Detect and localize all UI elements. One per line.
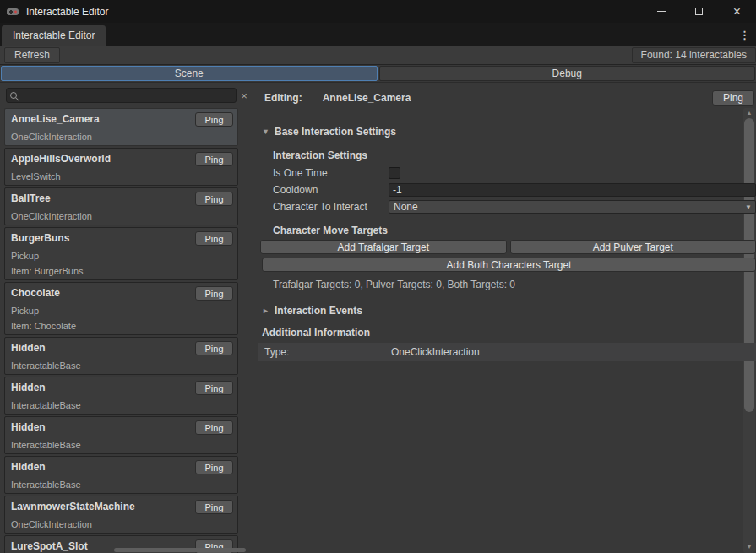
item-subtext: LevelSwitch	[11, 171, 233, 182]
editing-header-row: Editing: AnneLise_Camera Ping	[264, 90, 754, 106]
search-input[interactable]	[20, 89, 232, 101]
item-ping-button[interactable]: Ping	[195, 112, 233, 127]
item-subtext: Item: BurgerBuns	[11, 266, 233, 277]
list-item[interactable]: LawnmowerStateMachine Ping OneClickInter…	[4, 496, 238, 534]
item-subtext-group: OneClickInteraction	[11, 132, 233, 143]
item-subtext-group: InteractableBase	[11, 480, 233, 491]
window-title: Interactable Editor	[26, 6, 108, 18]
maximize-icon	[695, 8, 703, 15]
add-both-characters-target-button[interactable]: Add Both Characters Target	[262, 258, 756, 272]
interaction-events-label: Interaction Events	[275, 305, 362, 317]
type-label: Type:	[264, 346, 391, 358]
close-button[interactable]: ×	[718, 0, 756, 23]
editing-target-name: AnneLise_Camera	[323, 92, 411, 104]
item-subtext: InteractableBase	[11, 480, 233, 491]
is-one-time-label: Is One Time	[273, 167, 389, 179]
interaction-events-foldout[interactable]: ► Interaction Events	[262, 304, 756, 317]
item-subtext: InteractableBase	[11, 440, 233, 451]
character-to-interact-dropdown[interactable]: None ▼	[389, 200, 756, 214]
scene-list-panel: × AnneLise_Camera Ping OneClickInteracti…	[0, 83, 253, 553]
list-item[interactable]: BurgerBuns Ping PickupItem: BurgerBuns	[4, 227, 238, 280]
search-field[interactable]	[6, 88, 237, 103]
list-item[interactable]: Hidden Ping InteractableBase	[4, 337, 238, 375]
item-ping-button[interactable]: Ping	[195, 460, 233, 474]
is-one-time-row: Is One Time	[273, 165, 756, 181]
item-ping-button[interactable]: Ping	[195, 381, 233, 395]
item-ping-button[interactable]: Ping	[195, 341, 233, 355]
tab-interactable-editor[interactable]: Interactable Editor	[2, 25, 106, 46]
item-subtext-group: LevelSwitch	[11, 171, 233, 182]
maximize-button[interactable]	[680, 0, 718, 23]
add-pulver-target-button[interactable]: Add Pulver Target	[510, 240, 756, 254]
item-ping-button[interactable]: Ping	[195, 500, 233, 514]
item-ping-button[interactable]: Ping	[195, 286, 233, 301]
item-subtext: OneClickInteraction	[11, 211, 233, 222]
item-ping-button[interactable]: Ping	[195, 152, 233, 166]
tab-debug[interactable]: Debug	[379, 66, 756, 81]
cooldown-field[interactable]: -1	[389, 183, 756, 197]
horizontal-scrollbar-thumb[interactable]	[114, 548, 246, 552]
item-subtext: Item: Chocolate	[11, 321, 233, 332]
item-subtext: Pickup	[11, 306, 233, 317]
character-to-interact-row: Character To Interact None ▼	[273, 199, 756, 214]
found-count-label: Found: 14 interactables	[632, 47, 756, 63]
dropdown-arrow-icon: ▼	[745, 203, 752, 212]
horizontal-scrollbar[interactable]	[4, 548, 237, 553]
item-subtext-group: PickupItem: Chocolate	[11, 306, 233, 332]
base-interaction-settings-foldout[interactable]: ▼ Base Interaction Settings	[262, 125, 756, 138]
search-row: ×	[0, 83, 253, 107]
minimize-icon	[657, 11, 666, 12]
editing-label: Editing:	[264, 92, 302, 104]
additional-information-header: Additional Information	[262, 327, 756, 339]
add-target-button-row: Add Trafalgar Target Add Pulver Target	[260, 240, 756, 254]
list-item[interactable]: Hidden Ping InteractableBase	[4, 377, 238, 415]
list-item[interactable]: Hidden Ping InteractableBase	[4, 416, 238, 454]
interaction-settings-header: Interaction Settings	[273, 149, 756, 161]
item-subtext: OneClickInteraction	[11, 132, 233, 143]
list-item[interactable]: Hidden Ping InteractableBase	[4, 456, 238, 494]
cooldown-row: Cooldown -1	[273, 182, 756, 198]
view-tab-bar: Scene Debug	[0, 65, 756, 83]
list-item[interactable]: AppleHillsOverworld Ping LevelSwitch	[4, 148, 238, 186]
list-item[interactable]: AnneLise_Camera Ping OneClickInteraction	[4, 108, 238, 146]
main-content: × AnneLise_Camera Ping OneClickInteracti…	[0, 83, 756, 553]
type-value: OneClickInteraction	[391, 346, 480, 358]
item-subtext-group: InteractableBase	[11, 440, 233, 451]
window-controls: ×	[642, 0, 756, 23]
search-clear-button[interactable]: ×	[237, 89, 252, 102]
titlebar: Interactable Editor ×	[0, 0, 756, 23]
list-item[interactable]: Chocolate Ping PickupItem: Chocolate	[4, 282, 238, 335]
editor-panel: Editing: AnneLise_Camera Ping ▼ Base Int…	[258, 83, 756, 553]
item-subtext-group: OneClickInteraction	[11, 519, 233, 530]
foldout-open-icon: ▼	[262, 127, 270, 136]
add-trafalgar-target-button[interactable]: Add Trafalgar Target	[260, 240, 507, 254]
item-ping-button[interactable]: Ping	[195, 420, 233, 435]
tab-scene[interactable]: Scene	[1, 66, 378, 81]
search-icon	[10, 92, 17, 99]
editing-ping-button[interactable]: Ping	[712, 90, 754, 106]
editor-tab-bar: Interactable Editor ⋮	[0, 23, 756, 46]
cooldown-label: Cooldown	[273, 184, 389, 196]
toolbar: Refresh Found: 14 interactables	[0, 46, 756, 65]
item-subtext: OneClickInteraction	[11, 519, 233, 530]
item-ping-button[interactable]: Ping	[195, 192, 233, 206]
app-icon	[6, 5, 19, 19]
item-subtext: InteractableBase	[11, 400, 233, 411]
character-move-targets-header: Character Move Targets	[273, 225, 756, 236]
item-subtext-group: InteractableBase	[11, 400, 233, 411]
item-subtext-group: OneClickInteraction	[11, 211, 233, 222]
is-one-time-checkbox[interactable]	[389, 167, 400, 179]
kebab-menu-icon[interactable]: ⋮	[739, 29, 756, 46]
interactable-list: AnneLise_Camera Ping OneClickInteraction…	[0, 108, 239, 553]
character-to-interact-value: None	[394, 201, 418, 213]
close-icon: ×	[733, 5, 741, 19]
targets-summary: Trafalgar Targets: 0, Pulver Targets: 0,…	[273, 279, 756, 290]
refresh-button[interactable]: Refresh	[4, 47, 60, 63]
item-ping-button[interactable]: Ping	[195, 231, 233, 246]
item-subtext: Pickup	[11, 251, 233, 262]
foldout-collapsed-icon: ►	[262, 306, 270, 315]
item-subtext: InteractableBase	[11, 361, 233, 371]
item-subtext-group: InteractableBase	[11, 361, 233, 371]
minimize-button[interactable]	[642, 0, 680, 23]
list-item[interactable]: BallTree Ping OneClickInteraction	[4, 187, 238, 225]
